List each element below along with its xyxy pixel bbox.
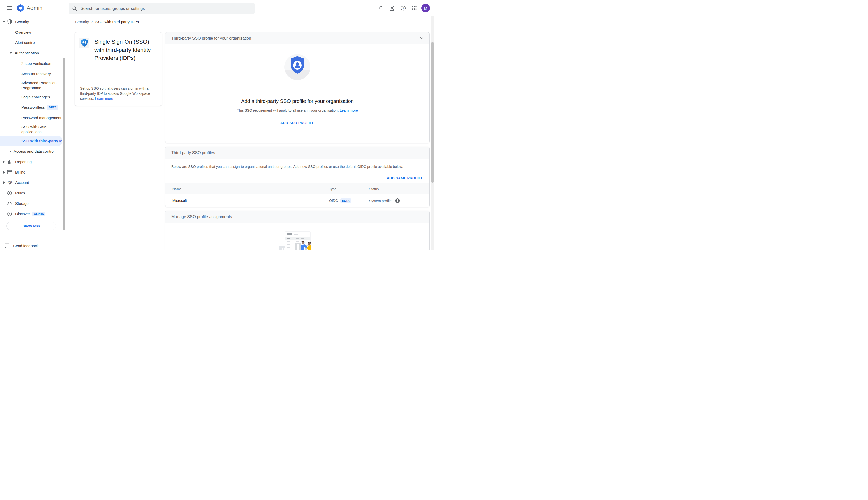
sidebar-item-discover[interactable]: Discover ALPHA: [0, 208, 63, 219]
table-row[interactable]: Microsoft OIDC BETA System profile: [165, 194, 429, 207]
product-name: Admin: [27, 5, 43, 11]
beta-badge: BETA: [47, 105, 58, 110]
sidebar-item-passwordless[interactable]: Passwordless BETA: [0, 102, 63, 113]
breadcrumb-chevron-icon: ›: [91, 19, 93, 24]
org-sso-profile-card: Third-party SSO profile for your organis…: [165, 32, 430, 143]
add-sso-profile-button[interactable]: ADD SSO PROFILE: [277, 119, 317, 127]
sidebar-item-authentication[interactable]: Authentication: [0, 48, 63, 58]
profile-name: Microsoft: [172, 199, 187, 203]
sidebar-item-password-management[interactable]: Password management: [0, 113, 63, 123]
caret-right-icon: [3, 171, 5, 173]
sidebar-item-sso-third-party-idp[interactable]: SSO with third-party IdP: [0, 136, 62, 146]
help-icon: ?: [401, 5, 406, 11]
svg-text:?: ?: [403, 7, 404, 10]
org-card-subtext: This SSO requirement will apply to all u…: [165, 108, 429, 112]
tasks-button[interactable]: [386, 2, 398, 14]
profiles-card-title: Third-party SSO profiles: [171, 151, 215, 155]
assignments-card-title: Manage SSO profile assignments: [171, 215, 232, 219]
column-type: Type: [329, 187, 336, 191]
chevron-down-icon[interactable]: [420, 37, 423, 39]
add-saml-profile-button[interactable]: ADD SAML PROFILE: [383, 174, 426, 182]
at-sign-icon: @: [7, 180, 13, 186]
people-handshake-table-illustration: [271, 231, 324, 250]
sidebar-item-2-step-verification[interactable]: 2-step verification: [0, 58, 63, 69]
sidebar-item-advanced-protection[interactable]: Advanced Protection Programme: [0, 79, 63, 92]
column-name: Name: [172, 187, 182, 191]
profile-status: System profile: [369, 198, 400, 203]
table-header: Name Type Status: [165, 183, 429, 194]
page-scrollbar-thumb[interactable]: [431, 42, 434, 183]
sidebar-item-billing[interactable]: Billing: [0, 167, 63, 177]
page-title: Single Sign-On (SSO) with third-party Id…: [94, 38, 158, 62]
credit-card-icon: [7, 169, 13, 175]
account-avatar[interactable]: M: [421, 4, 430, 12]
sso-profiles-card: Third-party SSO profiles Below are SSO p…: [165, 147, 430, 207]
apps-button[interactable]: [409, 2, 420, 14]
shield-icon: [7, 19, 13, 25]
apps-grid-icon: [412, 6, 417, 10]
intro-description: Set up SSO so that users can sign in wit…: [75, 82, 162, 105]
search-bar[interactable]: [69, 3, 255, 14]
profiles-card-header: Third-party SSO profiles: [165, 147, 429, 159]
sidebar-divider: [0, 240, 63, 240]
assignments-card-header: Manage SSO profile assignments: [165, 211, 429, 223]
intro-card: Single Sign-On (SSO) with third-party Id…: [75, 32, 162, 106]
compass-icon: [7, 211, 13, 217]
breadcrumb-security[interactable]: Security: [75, 20, 89, 24]
breadcrumb-current: SSO with third-party IDPs: [95, 20, 139, 24]
notifications-bell-icon: [378, 5, 384, 11]
sidebar-item-label: Security: [15, 19, 29, 24]
sidebar-nav: Security Overview Alert centre Authentic…: [0, 16, 69, 250]
sidebar-item-sso-saml[interactable]: SSO with SAML applications: [0, 123, 63, 136]
beta-badge: BETA: [340, 198, 351, 203]
main-content: Security › SSO with third-party IDPs: [69, 16, 434, 250]
bar-chart-icon: [7, 159, 13, 165]
hourglass-icon: [390, 5, 395, 11]
learn-more-link[interactable]: Learn more: [95, 96, 113, 101]
search-icon: [72, 6, 77, 11]
admin-logo[interactable]: Admin: [17, 4, 43, 12]
notifications-button[interactable]: [375, 2, 386, 14]
info-icon[interactable]: [395, 198, 400, 203]
sidebar-item-access-data-control[interactable]: Access and data control: [0, 146, 63, 157]
learn-more-link[interactable]: Learn more: [340, 108, 358, 112]
send-feedback-button[interactable]: Send feedback: [0, 241, 63, 250]
svg-text:@: @: [7, 180, 12, 185]
sidebar-item-security[interactable]: Security: [0, 16, 63, 27]
sidebar-item-storage[interactable]: Storage: [0, 198, 63, 208]
sidebar-item-overview[interactable]: Overview: [0, 27, 63, 37]
org-card-title: Third-party SSO profile for your organis…: [171, 36, 251, 41]
menu-icon: [7, 6, 12, 10]
org-card-header[interactable]: Third-party SSO profile for your organis…: [165, 32, 429, 44]
page-scrollbar[interactable]: [431, 16, 434, 250]
sidebar-item-rules[interactable]: Rules: [0, 188, 63, 198]
menu-button[interactable]: [3, 2, 15, 14]
rules-wheel-icon: [7, 190, 13, 196]
caret-down-icon: [3, 21, 5, 23]
manage-assignments-card: Manage SSO profile assignments: [165, 211, 430, 250]
search-input[interactable]: [81, 6, 252, 11]
sidebar-item-login-challenges[interactable]: Login challenges: [0, 92, 63, 102]
help-button[interactable]: ?: [398, 2, 409, 14]
caret-right-icon: [3, 161, 5, 163]
caret-down-icon: [10, 52, 12, 54]
caret-right-icon: [3, 181, 5, 184]
breadcrumb: Security › SSO with third-party IDPs: [69, 16, 434, 27]
shield-user-illustration: [165, 44, 429, 81]
org-card-heading: Add a third-party SSO profile for your o…: [165, 98, 429, 104]
admin-logo-icon: [17, 4, 24, 12]
top-app-bar: Admin ?: [0, 0, 434, 16]
cloud-icon: [7, 201, 13, 206]
sidebar-item-account-recovery[interactable]: Account recovery: [0, 69, 63, 79]
profiles-description: Below are SSO profiles that you can assi…: [171, 164, 423, 169]
alpha-badge: ALPHA: [32, 212, 45, 216]
sso-shield-icon: [79, 38, 89, 48]
admin-console: Admin ?: [0, 0, 434, 250]
show-less-button[interactable]: Show less: [6, 222, 56, 230]
sidebar-item-reporting[interactable]: Reporting: [0, 157, 63, 167]
topbar-actions: ? M: [375, 0, 430, 16]
profile-type: OIDC BETA: [329, 198, 351, 203]
sidebar-item-alert-centre[interactable]: Alert centre: [0, 37, 63, 48]
sidebar-scrollbar[interactable]: [63, 58, 65, 230]
sidebar-item-account[interactable]: @ Account: [0, 177, 63, 188]
